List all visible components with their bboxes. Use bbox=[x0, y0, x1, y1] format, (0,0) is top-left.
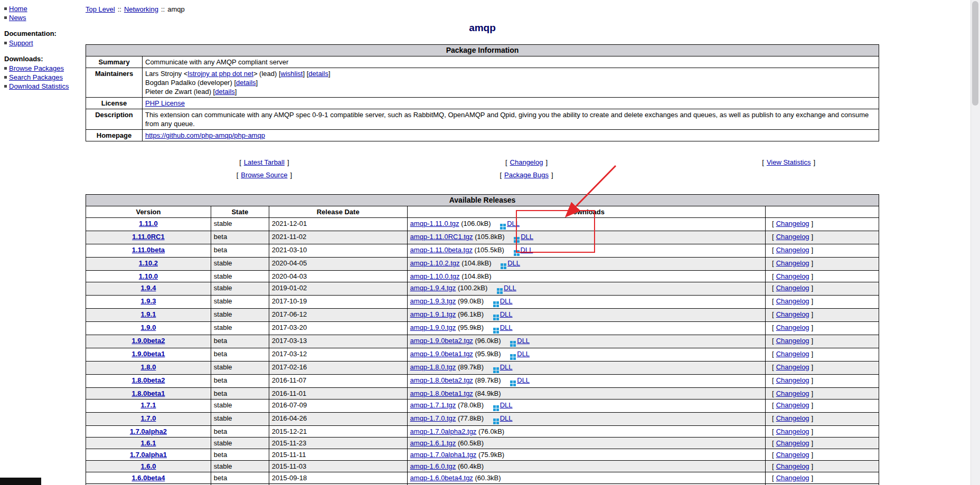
sidebar-item-support[interactable]: Support bbox=[4, 39, 83, 47]
view-statistics-link[interactable]: View Statistics bbox=[767, 158, 811, 166]
version-link[interactable]: 1.9.0beta2 bbox=[131, 337, 165, 345]
version-link[interactable]: 1.9.4 bbox=[140, 284, 156, 292]
dll-link[interactable]: DLL bbox=[500, 401, 513, 409]
version-link[interactable]: 1.6.0beta4 bbox=[131, 474, 165, 482]
version-link[interactable]: 1.8.0beta1 bbox=[131, 389, 165, 397]
version-link[interactable]: 1.7.1 bbox=[140, 401, 156, 409]
changelog-link[interactable]: Changelog bbox=[776, 414, 809, 422]
maintainer-link[interactable]: lstrojny at php dot net bbox=[188, 70, 253, 78]
tarball-link[interactable]: amqp-1.11.0beta.tgz bbox=[410, 246, 473, 254]
sidebar-item-browse-packages[interactable]: Browse Packages bbox=[4, 64, 83, 73]
latest-tarball-link[interactable]: Latest Tarball bbox=[244, 158, 285, 166]
version-link[interactable]: 1.6.0 bbox=[140, 462, 156, 470]
tarball-link[interactable]: amqp-1.9.4.tgz bbox=[410, 284, 456, 292]
dll-link[interactable]: DLL bbox=[500, 324, 513, 331]
dll-link[interactable]: DLL bbox=[517, 337, 530, 345]
package-bugs-link[interactable]: Package Bugs bbox=[504, 171, 549, 179]
tarball-link[interactable]: amqp-1.6.0.tgz bbox=[410, 462, 456, 470]
news-link[interactable]: News bbox=[9, 14, 26, 22]
changelog-link[interactable]: Changelog bbox=[776, 376, 809, 384]
dll-link[interactable]: DLL bbox=[517, 376, 530, 384]
changelog-link[interactable]: Changelog bbox=[776, 284, 809, 292]
sidebar-item-download-statistics[interactable]: Download Statistics bbox=[4, 82, 83, 91]
changelog-link[interactable]: Changelog bbox=[776, 297, 809, 305]
changelog-page-link[interactable]: Changelog bbox=[510, 158, 543, 166]
tarball-link[interactable]: amqp-1.9.0beta1.tgz bbox=[410, 350, 473, 358]
breadcrumb-networking-link[interactable]: Networking bbox=[124, 5, 158, 13]
tarball-link[interactable]: amqp-1.6.1.tgz bbox=[410, 439, 456, 447]
changelog-link[interactable]: Changelog bbox=[776, 350, 809, 358]
version-link[interactable]: 1.8.0beta2 bbox=[131, 376, 165, 384]
tarball-link[interactable]: amqp-1.8.0beta1.tgz bbox=[410, 389, 473, 397]
search-packages-link[interactable]: Search Packages bbox=[9, 73, 63, 81]
tarball-link[interactable]: amqp-1.9.0.tgz bbox=[410, 324, 456, 331]
tarball-link[interactable]: amqp-1.9.0beta2.tgz bbox=[410, 337, 473, 345]
changelog-link[interactable]: Changelog bbox=[776, 272, 809, 280]
version-link[interactable]: 1.11.0 bbox=[139, 220, 157, 227]
scrollbar-thumb[interactable] bbox=[972, 1, 978, 106]
dll-link[interactable]: DLL bbox=[504, 284, 516, 292]
tarball-link[interactable]: amqp-1.10.0.tgz bbox=[410, 272, 460, 280]
changelog-link[interactable]: Changelog bbox=[776, 439, 809, 447]
changelog-link[interactable]: Changelog bbox=[776, 389, 809, 397]
sidebar-item-news[interactable]: News bbox=[4, 14, 83, 22]
tarball-link[interactable]: amqp-1.7.0alpha1.tgz bbox=[410, 451, 477, 459]
tarball-link[interactable]: amqp-1.6.0beta4.tgz bbox=[410, 474, 473, 482]
tarball-link[interactable]: amqp-1.8.0beta2.tgz bbox=[410, 376, 473, 384]
version-link[interactable]: 1.7.0alpha2 bbox=[130, 427, 167, 435]
homepage-link[interactable]: https://github.com/php-amqp/php-amqp bbox=[145, 131, 265, 139]
changelog-link[interactable]: Changelog bbox=[776, 462, 809, 470]
tarball-link[interactable]: amqp-1.7.0.tgz bbox=[410, 414, 456, 422]
dll-link[interactable]: DLL bbox=[507, 259, 520, 267]
changelog-link[interactable]: Changelog bbox=[776, 363, 809, 371]
changelog-link[interactable]: Changelog bbox=[776, 310, 809, 318]
tarball-link[interactable]: amqp-1.7.1.tgz bbox=[410, 401, 456, 409]
version-link[interactable]: 1.10.2 bbox=[139, 259, 158, 267]
tarball-link[interactable]: amqp-1.8.0.tgz bbox=[410, 363, 456, 371]
license-link[interactable]: PHP License bbox=[145, 99, 185, 107]
tarball-link[interactable]: amqp-1.9.1.tgz bbox=[410, 310, 456, 318]
changelog-link[interactable]: Changelog bbox=[776, 401, 809, 409]
changelog-link[interactable]: Changelog bbox=[776, 337, 809, 345]
dll-link[interactable]: DLL bbox=[521, 233, 533, 241]
dll-link[interactable]: DLL bbox=[500, 297, 513, 305]
changelog-link[interactable]: Changelog bbox=[776, 474, 809, 482]
sidebar-item-home[interactable]: Home bbox=[4, 5, 83, 13]
version-link[interactable]: 1.10.0 bbox=[139, 272, 158, 280]
version-link[interactable]: 1.8.0 bbox=[140, 363, 156, 371]
dll-link[interactable]: DLL bbox=[500, 414, 513, 422]
breadcrumb-top-level-link[interactable]: Top Level bbox=[86, 5, 115, 13]
version-link[interactable]: 1.9.0 bbox=[140, 324, 156, 331]
download-statistics-link[interactable]: Download Statistics bbox=[9, 82, 69, 90]
support-link[interactable]: Support bbox=[9, 39, 33, 47]
version-link[interactable]: 1.9.3 bbox=[140, 297, 156, 305]
version-link[interactable]: 1.9.1 bbox=[140, 310, 156, 318]
changelog-link[interactable]: Changelog bbox=[776, 324, 809, 331]
tarball-link[interactable]: amqp-1.7.0alpha2.tgz bbox=[410, 427, 477, 435]
dll-link[interactable]: DLL bbox=[521, 246, 533, 254]
changelog-link[interactable]: Changelog bbox=[776, 220, 809, 227]
dll-link[interactable]: DLL bbox=[500, 310, 513, 318]
maintainer-link[interactable]: wishlist bbox=[281, 70, 303, 78]
vertical-scrollbar[interactable] bbox=[970, 0, 980, 485]
changelog-link[interactable]: Changelog bbox=[776, 427, 809, 435]
changelog-link[interactable]: Changelog bbox=[776, 451, 809, 459]
version-link[interactable]: 1.6.1 bbox=[140, 439, 156, 447]
version-link[interactable]: 1.7.0alpha1 bbox=[130, 451, 167, 459]
dll-link[interactable]: DLL bbox=[500, 363, 513, 371]
version-link[interactable]: 1.11.0RC1 bbox=[132, 233, 164, 241]
browse-source-link[interactable]: Browse Source bbox=[241, 171, 287, 179]
maintainer-link[interactable]: details bbox=[215, 88, 235, 96]
version-link[interactable]: 1.11.0beta bbox=[132, 246, 165, 254]
tarball-link[interactable]: amqp-1.10.2.tgz bbox=[410, 259, 460, 267]
maintainer-link[interactable]: details bbox=[308, 70, 328, 78]
home-link[interactable]: Home bbox=[9, 5, 27, 13]
version-link[interactable]: 1.7.0 bbox=[140, 414, 156, 422]
dll-link[interactable]: DLL bbox=[507, 220, 520, 227]
changelog-link[interactable]: Changelog bbox=[776, 233, 809, 241]
browse-packages-link[interactable]: Browse Packages bbox=[9, 64, 64, 72]
tarball-link[interactable]: amqp-1.11.0RC1.tgz bbox=[410, 233, 473, 241]
tarball-link[interactable]: amqp-1.9.3.tgz bbox=[410, 297, 456, 305]
version-link[interactable]: 1.9.0beta1 bbox=[131, 350, 165, 358]
tarball-link[interactable]: amqp-1.11.0.tgz bbox=[410, 220, 459, 227]
